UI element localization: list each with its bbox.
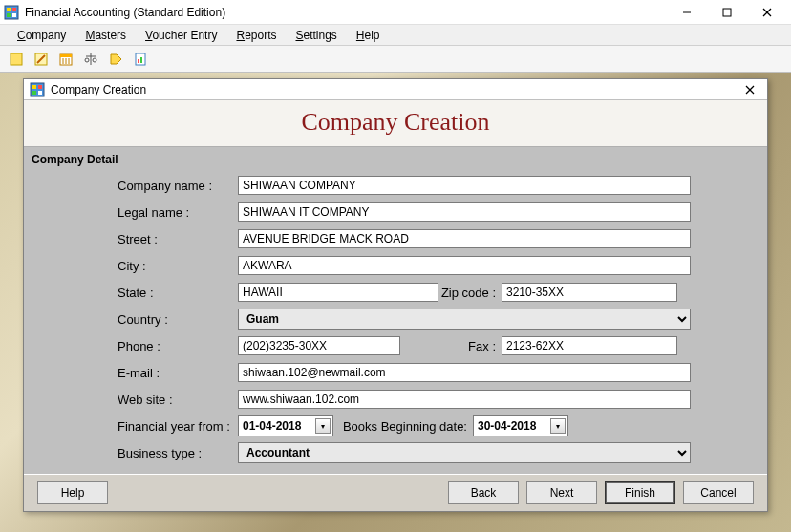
dialog-close-button[interactable] xyxy=(738,80,761,99)
label-zip: Zip code : xyxy=(438,286,502,300)
svg-rect-13 xyxy=(60,54,72,57)
next-button[interactable]: Next xyxy=(526,481,597,504)
titlebar: Financial Accounting (Standard Edition) xyxy=(0,0,791,25)
minimize-icon xyxy=(682,8,692,17)
label-fax: Fax : xyxy=(400,339,502,353)
label-financial-year: Financial year from : xyxy=(118,419,238,434)
svg-rect-23 xyxy=(138,59,139,63)
dialog-icon xyxy=(30,82,45,97)
help-button[interactable]: Help xyxy=(37,481,108,504)
svg-rect-29 xyxy=(38,91,42,95)
svg-rect-1 xyxy=(7,8,11,11)
label-company-name: Company name : xyxy=(118,179,238,193)
label-city: City : xyxy=(118,259,238,273)
svg-rect-28 xyxy=(32,91,36,95)
company-name-input[interactable] xyxy=(238,176,691,195)
company-creation-dialog: Company Creation Company Creation Compan… xyxy=(23,78,768,512)
toolbar xyxy=(0,46,791,73)
window-controls xyxy=(667,1,787,24)
legal-name-input[interactable] xyxy=(238,202,691,222)
toolbar-edit-icon[interactable] xyxy=(31,49,52,70)
dialog-title: Company Creation xyxy=(51,83,738,96)
section-label: Company Detail xyxy=(32,151,759,170)
menu-reports[interactable]: Reports xyxy=(226,27,286,44)
menu-help[interactable]: Help xyxy=(347,27,390,44)
label-books-begin: Books Beginning date: xyxy=(333,419,473,434)
label-business-type: Business type : xyxy=(118,446,238,460)
back-button[interactable]: Back xyxy=(448,481,519,504)
financial-year-input[interactable] xyxy=(243,419,315,433)
dialog-titlebar: Company Creation xyxy=(24,79,767,100)
svg-rect-9 xyxy=(11,53,22,65)
app-window: Financial Accounting (Standard Edition) … xyxy=(0,0,791,532)
street-input[interactable] xyxy=(238,229,691,248)
menu-masters[interactable]: Masters xyxy=(75,27,136,44)
app-icon xyxy=(4,5,19,20)
close-icon xyxy=(762,8,772,17)
label-legal-name: Legal name : xyxy=(118,205,238,220)
toolbar-new-icon[interactable] xyxy=(6,49,27,70)
books-begin-input[interactable] xyxy=(478,419,550,433)
toolbar-balance-icon[interactable] xyxy=(80,49,101,70)
svg-rect-26 xyxy=(32,85,36,89)
form-grid: Company name : Legal name : Street : Cit… xyxy=(32,170,759,474)
toolbar-calendar-icon[interactable] xyxy=(55,49,76,70)
svg-rect-27 xyxy=(38,85,42,89)
dialog-body: Company Detail Company name : Legal name… xyxy=(24,147,767,474)
svg-rect-6 xyxy=(723,9,731,16)
dialog-footer: Help Back Next Finish Cancel xyxy=(24,474,767,511)
maximize-button[interactable] xyxy=(707,1,747,24)
dialog-heading-text: Company Creation xyxy=(24,108,767,137)
fax-input[interactable] xyxy=(502,336,677,355)
label-country: Country : xyxy=(118,312,238,327)
content-area: Company Creation Company Creation Compan… xyxy=(0,73,791,532)
close-button[interactable] xyxy=(747,1,787,24)
menu-company[interactable]: Company xyxy=(8,27,75,44)
svg-point-20 xyxy=(93,58,96,62)
business-type-select[interactable]: Accountant xyxy=(238,442,691,463)
financial-year-date[interactable]: ▾ xyxy=(238,415,333,436)
label-phone: Phone : xyxy=(118,339,238,353)
toolbar-tag-icon[interactable] xyxy=(105,49,126,70)
cancel-button[interactable]: Cancel xyxy=(683,481,754,504)
label-state: State : xyxy=(118,286,238,300)
email-input[interactable] xyxy=(238,363,691,382)
calendar-dropdown-icon[interactable]: ▾ xyxy=(550,418,566,434)
books-begin-date[interactable]: ▾ xyxy=(473,415,568,436)
menubar: Company Masters Voucher Entry Reports Se… xyxy=(0,25,791,46)
website-input[interactable] xyxy=(238,390,691,409)
svg-rect-24 xyxy=(140,57,142,63)
city-input[interactable] xyxy=(238,256,691,275)
svg-rect-3 xyxy=(7,13,11,17)
menu-settings[interactable]: Settings xyxy=(286,27,346,44)
phone-input[interactable] xyxy=(238,336,400,355)
country-select[interactable]: Guam xyxy=(238,309,691,330)
svg-rect-2 xyxy=(12,8,16,11)
label-email: E-mail : xyxy=(118,366,238,380)
close-icon xyxy=(745,85,755,95)
label-street: Street : xyxy=(118,232,238,246)
menu-voucher-entry[interactable]: Voucher Entry xyxy=(136,27,226,44)
state-input[interactable] xyxy=(238,283,438,302)
finish-button[interactable]: Finish xyxy=(605,481,675,504)
maximize-icon xyxy=(722,8,732,17)
svg-rect-4 xyxy=(12,13,16,17)
app-title: Financial Accounting (Standard Edition) xyxy=(25,6,667,19)
label-website: Web site : xyxy=(118,393,238,407)
minimize-button[interactable] xyxy=(667,1,707,24)
zip-input[interactable] xyxy=(502,283,677,302)
toolbar-report-icon[interactable] xyxy=(130,49,151,70)
svg-point-19 xyxy=(85,58,89,62)
svg-marker-21 xyxy=(111,54,121,64)
calendar-dropdown-icon[interactable]: ▾ xyxy=(315,418,331,434)
dialog-heading: Company Creation xyxy=(24,100,767,147)
